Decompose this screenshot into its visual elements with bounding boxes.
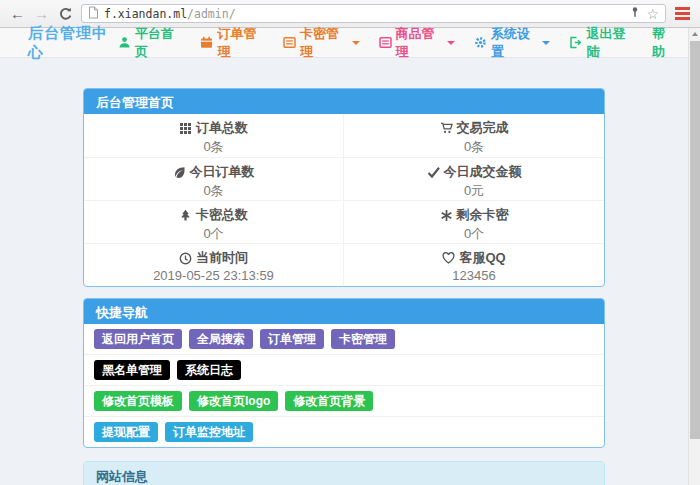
nav-item-system-settings[interactable]: 系统设置 (474, 25, 550, 61)
calendar-icon (200, 36, 213, 49)
tree-icon (179, 209, 192, 222)
site-info-panel: 网站信息 (83, 461, 605, 485)
stat-amount-today: 今日成交金额 0元 (344, 157, 604, 200)
nav-item-label: 系统设置 (491, 25, 536, 61)
bookmark-star-icon[interactable]: ☆ (646, 7, 659, 21)
admin-navbar: 后台管理中心 平台首页 订单管理 卡密管理 商品管理 (0, 28, 688, 58)
quick-nav-title: 快捷导航 (84, 299, 604, 324)
screen: ← → f.xiandan.ml/admin/ ☆ 后台管理中心 平台首页 (0, 0, 700, 485)
quick-nav-row-blue: 提现配置 订单监控地址 (84, 417, 604, 447)
btn-system-log[interactable]: 系统日志 (177, 360, 241, 380)
card-icon (379, 36, 392, 49)
nav-item-label: 帮助 (652, 25, 676, 61)
nav-menu: 平台首页 订单管理 卡密管理 商品管理 系统 (118, 25, 676, 61)
user-icon (118, 36, 131, 49)
back-icon[interactable]: ← (10, 6, 25, 21)
stat-label: 客服QQ (459, 249, 505, 267)
stat-trades-done: 交易完成 0条 (344, 114, 604, 157)
btn-card-mgmt[interactable]: 卡密管理 (331, 329, 395, 349)
dashboard-panel: 后台管理首页 订单总数 0条 交易完成 0条 今日订单数 0条 (83, 88, 605, 287)
chevron-down-icon (352, 41, 360, 45)
forward-icon[interactable]: → (34, 6, 49, 21)
url-host: f.xiandan.ml (104, 7, 187, 21)
stat-value: 0个 (84, 225, 343, 243)
stat-value: 123456 (344, 268, 604, 283)
nav-item-platform-home[interactable]: 平台首页 (118, 25, 182, 61)
stat-value: 0条 (84, 182, 343, 200)
brand-title: 后台管理中心 (28, 24, 118, 62)
nav-item-order-mgmt[interactable]: 订单管理 (200, 25, 264, 61)
cart-icon (440, 122, 453, 135)
clock-icon (179, 252, 192, 265)
reload-icon[interactable] (58, 7, 72, 21)
stat-label: 当前时间 (196, 249, 248, 267)
quick-nav-panel: 快捷导航 返回用户首页 全局搜索 订单管理 卡密管理 黑名单管理 系统日志 修改… (83, 298, 605, 448)
scrollbar-thumb[interactable] (690, 41, 700, 439)
stat-label: 今日订单数 (190, 163, 255, 181)
url-path: /admin/ (187, 7, 235, 21)
btn-global-search[interactable]: 全局搜索 (189, 329, 253, 349)
stat-orders-today: 今日订单数 0条 (84, 157, 344, 200)
stat-value: 2019-05-25 23:13:59 (84, 268, 343, 283)
quick-nav-row-green: 修改首页模板 修改首页logo 修改首页背景 (84, 386, 604, 417)
stat-label: 交易完成 (457, 119, 509, 137)
stat-value: 0条 (84, 138, 343, 156)
stat-service-qq: 客服QQ 123456 (344, 243, 604, 286)
url-text: f.xiandan.ml/admin/ (104, 7, 236, 21)
asterisk-icon (440, 209, 453, 222)
stat-cards-remaining: 剩余卡密 0个 (344, 200, 604, 243)
url-bar[interactable]: f.xiandan.ml/admin/ ☆ (81, 4, 666, 23)
nav-item-label: 退出登陆 (586, 25, 633, 61)
stat-label: 今日成交金额 (444, 163, 522, 181)
logout-icon (569, 36, 582, 49)
stat-value: 0个 (344, 225, 604, 243)
nav-item-label: 平台首页 (135, 25, 182, 61)
btn-edit-logo[interactable]: 修改首页logo (189, 391, 278, 411)
btn-withdraw-config[interactable]: 提现配置 (94, 422, 158, 442)
page-icon (88, 5, 99, 23)
stat-cards-total: 卡密总数 0个 (84, 200, 344, 243)
page: 后台管理中心 平台首页 订单管理 卡密管理 商品管理 (0, 28, 688, 485)
nav-item-card-mgmt[interactable]: 卡密管理 (283, 25, 359, 61)
btn-user-home[interactable]: 返回用户首页 (94, 329, 182, 349)
chevron-down-icon (542, 41, 550, 45)
btn-edit-template[interactable]: 修改首页模板 (94, 391, 182, 411)
btn-edit-background[interactable]: 修改首页背景 (285, 391, 373, 411)
dashboard-panel-title: 后台管理首页 (84, 89, 604, 114)
card-icon (283, 36, 296, 49)
leaf-icon (173, 166, 186, 179)
grid-icon (179, 122, 192, 135)
btn-blacklist-mgmt[interactable]: 黑名单管理 (94, 360, 170, 380)
container: 后台管理首页 订单总数 0条 交易完成 0条 今日订单数 0条 (83, 88, 605, 485)
stat-value: 0元 (344, 182, 604, 200)
nav-item-product-mgmt[interactable]: 商品管理 (379, 25, 455, 61)
scrollbar-up-arrow-icon[interactable] (689, 28, 700, 40)
key-icon[interactable] (629, 5, 641, 23)
page-scrollbar[interactable] (688, 28, 700, 485)
stat-label: 卡密总数 (196, 206, 248, 224)
chevron-down-icon (447, 41, 455, 45)
check-icon (427, 166, 440, 179)
quick-nav-row-black: 黑名单管理 系统日志 (84, 355, 604, 386)
stat-current-time: 当前时间 2019-05-25 23:13:59 (84, 243, 344, 286)
stat-value: 0条 (344, 138, 604, 156)
nav-item-label: 订单管理 (217, 25, 264, 61)
nav-item-label: 卡密管理 (300, 25, 345, 61)
site-info-title: 网站信息 (84, 462, 604, 485)
nav-item-logout[interactable]: 退出登陆 (569, 25, 633, 61)
heart-icon (442, 252, 455, 265)
stats-grid: 订单总数 0条 交易完成 0条 今日订单数 0条 今日成交金额 (84, 114, 604, 286)
content-area: 后台管理首页 订单总数 0条 交易完成 0条 今日订单数 0条 (0, 58, 688, 485)
stat-label: 订单总数 (196, 119, 248, 137)
nav-item-label: 商品管理 (396, 25, 441, 61)
stat-order-total: 订单总数 0条 (84, 114, 344, 157)
quick-nav-row-purple: 返回用户首页 全局搜索 订单管理 卡密管理 (84, 324, 604, 355)
browser-menu-icon[interactable] (675, 7, 690, 20)
btn-order-monitor-url[interactable]: 订单监控地址 (165, 422, 253, 442)
nav-item-help[interactable]: 帮助 (652, 25, 676, 61)
btn-order-mgmt[interactable]: 订单管理 (260, 329, 324, 349)
gear-icon (474, 36, 487, 49)
stat-label: 剩余卡密 (457, 206, 509, 224)
